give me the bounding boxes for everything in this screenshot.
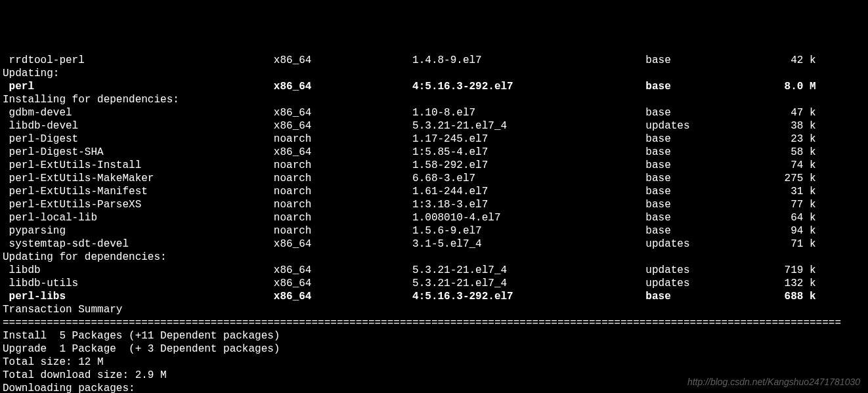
pkg-name: perl-Digest xyxy=(3,133,274,146)
pkg-arch: x86_64 xyxy=(274,54,412,67)
package-row: perl-ExtUtils-ParseXSnoarch1:3.18-3.el7b… xyxy=(3,198,865,211)
pkg-version: 1.58-292.el7 xyxy=(412,159,645,172)
package-row: perlx86_644:5.16.3-292.el7base8.0 M xyxy=(3,80,865,93)
pkg-version: 1.008010-4.el7 xyxy=(412,211,645,224)
watermark-text: http://blog.csdn.net/Kangshuo2471781030 xyxy=(687,377,860,388)
package-row: perl-Digestnoarch1.17-245.el7base23 k xyxy=(3,133,865,146)
pkg-size: 71 k xyxy=(771,238,815,251)
pkg-repo: updates xyxy=(645,277,771,290)
separator-line: ========================================… xyxy=(3,316,865,329)
pkg-size: 38 k xyxy=(771,119,815,133)
pkg-size: 77 k xyxy=(771,198,815,211)
pkg-arch: x86_64 xyxy=(274,146,412,159)
install-summary: Install 5 Packages (+11 Dependent packag… xyxy=(3,329,865,342)
package-row: perl-Digest-SHAx86_641:5.85-4.el7base58 … xyxy=(3,146,865,159)
package-row: perl-local-libnoarch1.008010-4.el7base64… xyxy=(3,211,865,224)
pkg-repo: base xyxy=(645,290,771,303)
pkg-version: 5.3.21-21.el7_4 xyxy=(412,264,645,277)
transaction-summary-title: Transaction Summary xyxy=(3,303,865,316)
pkg-arch: x86_64 xyxy=(274,119,412,133)
package-row: perl-libsx86_644:5.16.3-292.el7base688 k xyxy=(3,290,865,303)
pkg-arch: noarch xyxy=(274,172,412,185)
pkg-repo: updates xyxy=(645,264,771,277)
total-size: Total size: 12 M xyxy=(3,356,865,369)
pkg-name: libdb-utils xyxy=(3,277,274,290)
pkg-arch: x86_64 xyxy=(274,80,412,93)
pkg-version: 5.3.21-21.el7_4 xyxy=(412,119,645,133)
pkg-repo: base xyxy=(645,159,771,172)
pkg-name: perl-ExtUtils-Install xyxy=(3,159,274,172)
terminal-output: rrdtool-perlx86_641.4.8-9.el7base42 kUpd… xyxy=(3,54,865,393)
pkg-version: 1.4.8-9.el7 xyxy=(412,54,645,67)
pkg-version: 1.61-244.el7 xyxy=(412,185,645,198)
pkg-size: 64 k xyxy=(771,211,815,224)
pkg-version: 1:3.18-3.el7 xyxy=(412,198,645,211)
pkg-size: 74 k xyxy=(771,159,815,172)
pkg-version: 6.68-3.el7 xyxy=(412,172,645,185)
pkg-size: 31 k xyxy=(771,185,815,198)
package-row: gdbm-develx86_641.10-8.el7base47 k xyxy=(3,106,865,119)
pkg-arch: x86_64 xyxy=(274,277,412,290)
pkg-arch: noarch xyxy=(274,185,412,198)
pkg-size: 42 k xyxy=(771,54,815,67)
pkg-name: perl-local-lib xyxy=(3,211,274,224)
pkg-size: 8.0 M xyxy=(771,80,815,93)
pkg-arch: x86_64 xyxy=(274,290,412,303)
pkg-version: 4:5.16.3-292.el7 xyxy=(412,80,645,93)
pkg-arch: x86_64 xyxy=(274,106,412,119)
pkg-name: rrdtool-perl xyxy=(3,54,274,67)
pkg-arch: noarch xyxy=(274,133,412,146)
pkg-repo: base xyxy=(645,172,771,185)
pkg-repo: base xyxy=(645,198,771,211)
pkg-name: perl-ExtUtils-Manifest xyxy=(3,185,274,198)
package-row: perl-ExtUtils-Manifestnoarch1.61-244.el7… xyxy=(3,185,865,198)
package-row: rrdtool-perlx86_641.4.8-9.el7base42 k xyxy=(3,54,865,67)
pkg-repo: base xyxy=(645,224,771,238)
pkg-repo: base xyxy=(645,106,771,119)
pkg-name: libdb-devel xyxy=(3,119,274,133)
pkg-size: 23 k xyxy=(771,133,815,146)
package-row: perl-ExtUtils-MakeMakernoarch6.68-3.el7b… xyxy=(3,172,865,185)
section-installing-deps: Installing for dependencies: xyxy=(3,93,865,106)
pkg-version: 3.1-5.el7_4 xyxy=(412,238,645,251)
pkg-arch: noarch xyxy=(274,224,412,238)
pkg-repo: base xyxy=(645,211,771,224)
pkg-name: gdbm-devel xyxy=(3,106,274,119)
pkg-name: perl xyxy=(3,80,274,93)
pkg-repo: base xyxy=(645,185,771,198)
package-row: libdbx86_645.3.21-21.el7_4updates719 k xyxy=(3,264,865,277)
pkg-repo: base xyxy=(645,146,771,159)
pkg-size: 275 k xyxy=(771,172,815,185)
pkg-name: perl-ExtUtils-MakeMaker xyxy=(3,172,274,185)
pkg-size: 719 k xyxy=(771,264,815,277)
pkg-version: 1.5.6-9.el7 xyxy=(412,224,645,238)
package-row: perl-ExtUtils-Installnoarch1.58-292.el7b… xyxy=(3,159,865,172)
package-row: pyparsingnoarch1.5.6-9.el7base94 k xyxy=(3,224,865,238)
pkg-arch: noarch xyxy=(274,211,412,224)
pkg-name: perl-libs xyxy=(3,290,274,303)
pkg-repo: base xyxy=(645,133,771,146)
pkg-repo: base xyxy=(645,54,771,67)
package-row: libdb-develx86_645.3.21-21.el7_4updates3… xyxy=(3,119,865,133)
pkg-name: systemtap-sdt-devel xyxy=(3,238,274,251)
pkg-name: perl-Digest-SHA xyxy=(3,146,274,159)
pkg-version: 5.3.21-21.el7_4 xyxy=(412,277,645,290)
pkg-version: 1:5.85-4.el7 xyxy=(412,146,645,159)
pkg-size: 58 k xyxy=(771,146,815,159)
pkg-version: 1.17-245.el7 xyxy=(412,133,645,146)
pkg-arch: noarch xyxy=(274,159,412,172)
pkg-size: 132 k xyxy=(771,277,815,290)
pkg-name: perl-ExtUtils-ParseXS xyxy=(3,198,274,211)
pkg-size: 94 k xyxy=(771,224,815,238)
pkg-version: 4:5.16.3-292.el7 xyxy=(412,290,645,303)
pkg-repo: updates xyxy=(645,238,771,251)
pkg-size: 47 k xyxy=(771,106,815,119)
section-updating-deps: Updating for dependencies: xyxy=(3,251,865,264)
section-updating: Updating: xyxy=(3,67,865,80)
pkg-name: pyparsing xyxy=(3,224,274,238)
pkg-repo: base xyxy=(645,80,771,93)
pkg-name: libdb xyxy=(3,264,274,277)
pkg-version: 1.10-8.el7 xyxy=(412,106,645,119)
pkg-arch: x86_64 xyxy=(274,264,412,277)
package-row: systemtap-sdt-develx86_643.1-5.el7_4upda… xyxy=(3,238,865,251)
